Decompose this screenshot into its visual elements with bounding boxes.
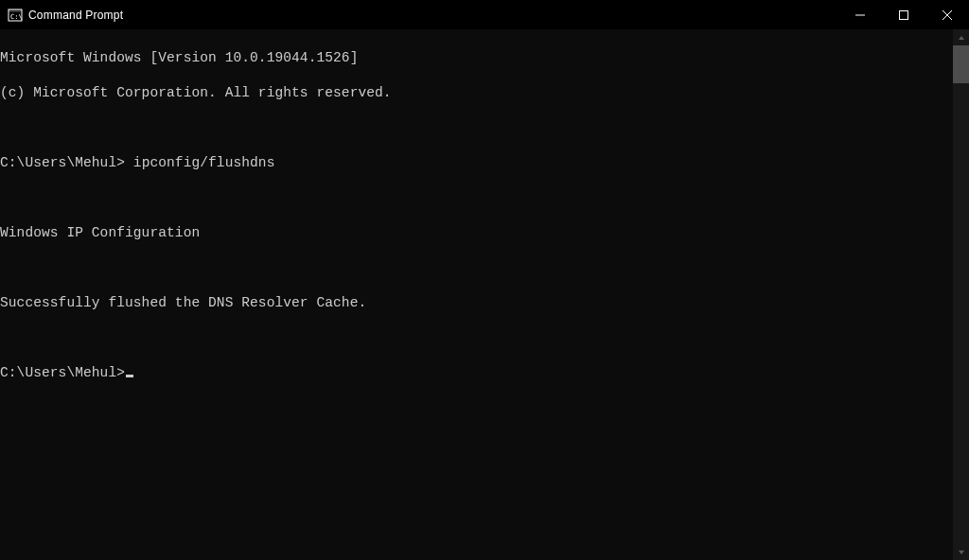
cursor — [126, 375, 133, 377]
titlebar[interactable]: C:\ Command Prompt — [0, 0, 969, 29]
svg-marker-8 — [959, 551, 964, 554]
svg-rect-1 — [9, 9, 22, 12]
close-button[interactable] — [925, 0, 969, 29]
console-output[interactable]: Microsoft Windows [Version 10.0.19044.15… — [0, 29, 953, 560]
result-message: Successfully flushed the DNS Resolver Ca… — [0, 295, 366, 310]
window-controls — [838, 0, 969, 29]
scroll-thumb[interactable] — [953, 45, 969, 83]
prompt-path: C:\Users\Mehul> — [0, 365, 125, 380]
ip-config-heading: Windows IP Configuration — [0, 225, 200, 240]
window-title: Command Prompt — [28, 9, 838, 22]
scroll-down-arrow-icon[interactable] — [953, 544, 969, 560]
scroll-up-arrow-icon[interactable] — [953, 29, 969, 45]
svg-text:C:\: C:\ — [10, 13, 23, 21]
svg-marker-7 — [959, 36, 964, 40]
content-wrap: Microsoft Windows [Version 10.0.19044.15… — [0, 29, 969, 560]
vertical-scrollbar[interactable] — [953, 29, 969, 560]
version-line: Microsoft Windows [Version 10.0.19044.15… — [0, 50, 358, 65]
minimize-button[interactable] — [838, 0, 882, 29]
maximize-button[interactable] — [882, 0, 925, 29]
cmd-icon: C:\ — [8, 8, 23, 23]
svg-rect-4 — [900, 10, 908, 19]
command-text: ipconfig/flushdns — [125, 155, 274, 170]
copyright-line: (c) Microsoft Corporation. All rights re… — [0, 85, 392, 100]
command-prompt-window: C:\ Command Prompt Microsoft Windows [Ve… — [0, 0, 969, 560]
prompt-path: C:\Users\Mehul> — [0, 155, 125, 170]
